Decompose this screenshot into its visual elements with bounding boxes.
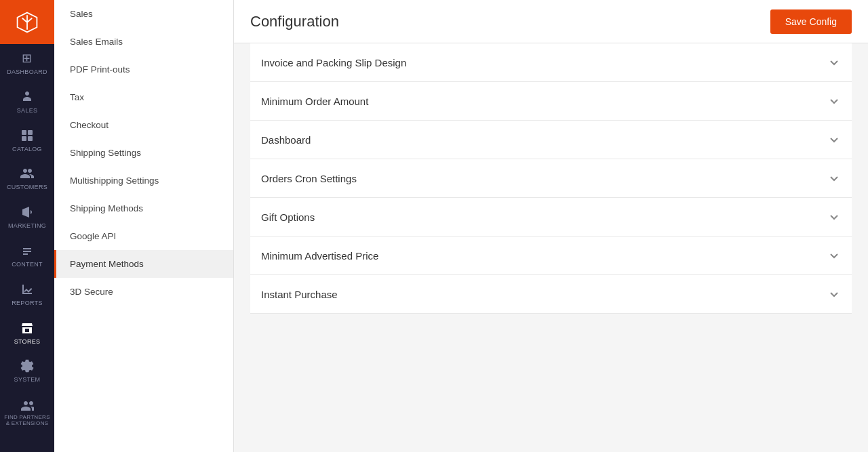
sub-sidebar-item-shipping-settings[interactable]: Shipping Settings (54, 139, 233, 167)
section-minimum-order-amount[interactable]: Minimum Order Amount (250, 82, 852, 121)
section-orders-cron-settings[interactable]: Orders Cron Settings (250, 159, 852, 198)
sidebar-item-marketing[interactable]: Marketing (0, 198, 54, 237)
sidebar-item-label: Find Partners & Extensions (3, 415, 52, 427)
sidebar-item-label: Reports (12, 300, 42, 307)
section-minimum-advertised-price[interactable]: Minimum Advertised Price (250, 237, 852, 275)
customers-icon (20, 166, 35, 181)
sidebar-item-reports[interactable]: Reports (0, 275, 54, 314)
section-title: Dashboard (261, 134, 311, 146)
sidebar-item-content[interactable]: Content (0, 237, 54, 275)
sub-sidebar-item-3d-secure[interactable]: 3D Secure (54, 278, 233, 306)
sidebar-item-catalog[interactable]: Catalog (0, 121, 54, 160)
save-config-button[interactable]: Save Config (770, 9, 852, 34)
chevron-down-icon (827, 249, 841, 262)
sidebar-item-label: Marketing (8, 222, 46, 230)
page-title: Configuration (250, 13, 339, 30)
content-icon (20, 243, 35, 258)
section-instant-purchase[interactable]: Instant Purchase (250, 275, 852, 314)
sub-sidebar-item-checkout[interactable]: Checkout (54, 111, 233, 139)
find-partners-icon (20, 397, 35, 412)
logo-area[interactable] (0, 0, 54, 44)
section-title: Orders Cron Settings (261, 173, 357, 184)
reports-icon (20, 282, 35, 297)
section-dashboard[interactable]: Dashboard (250, 121, 852, 159)
main-content: Configuration Save Config Invoice and Pa… (234, 0, 868, 452)
sidebar-item-label: Stores (14, 338, 41, 346)
chevron-down-icon (827, 210, 841, 224)
main-navigation: ⊞ Dashboard Sales Catalog Customers (0, 0, 54, 452)
section-title: Instant Purchase (261, 289, 338, 300)
sub-sidebar-item-tax[interactable]: Tax (54, 83, 233, 111)
stores-icon (20, 321, 35, 335)
top-bar: Configuration Save Config (234, 0, 868, 43)
sub-sidebar-item-payment-methods[interactable]: Payment Methods (54, 250, 233, 278)
sub-sidebar: Sales Sales Emails PDF Print-outs Tax Ch… (54, 0, 234, 452)
system-icon (20, 358, 35, 373)
chevron-down-icon (827, 133, 841, 146)
catalog-icon (20, 128, 35, 143)
sidebar-item-customers[interactable]: Customers (0, 159, 54, 198)
svg-rect-2 (22, 136, 26, 141)
section-gift-options[interactable]: Gift Options (250, 198, 852, 237)
sidebar-item-sales[interactable]: Sales (0, 83, 54, 121)
section-title: Minimum Order Amount (261, 96, 368, 107)
dashboard-icon: ⊞ (20, 51, 35, 66)
sub-sidebar-item-google-api[interactable]: Google API (54, 222, 233, 250)
chevron-down-icon (827, 287, 841, 301)
sub-sidebar-item-pdf-print-outs[interactable]: PDF Print-outs (54, 56, 233, 83)
sub-sidebar-item-shipping-methods[interactable]: Shipping Methods (54, 194, 233, 222)
sidebar-item-system[interactable]: System (0, 352, 54, 390)
chevron-down-icon (827, 56, 841, 69)
sidebar-item-stores[interactable]: Stores (0, 314, 54, 352)
sidebar-item-label: Content (12, 261, 43, 268)
chevron-down-icon (827, 171, 841, 185)
content-area: Invoice and Packing Slip Design Minimum … (234, 43, 868, 452)
sidebar-item-label: Sales (17, 107, 38, 115)
svg-rect-0 (22, 130, 26, 135)
sidebar-item-find-partners[interactable]: Find Partners & Extensions (0, 390, 54, 434)
sidebar-item-label: Customers (7, 184, 47, 191)
section-title: Invoice and Packing Slip Design (261, 57, 406, 68)
marketing-icon (20, 205, 35, 220)
sidebar-item-label: Catalog (12, 146, 42, 153)
svg-rect-1 (28, 130, 33, 135)
svg-rect-3 (28, 136, 33, 141)
sidebar-item-label: System (14, 376, 41, 384)
sidebar-item-dashboard[interactable]: ⊞ Dashboard (0, 44, 54, 83)
sales-icon (20, 89, 35, 104)
sidebar-item-label: Dashboard (7, 68, 47, 76)
section-invoice-packing-slip[interactable]: Invoice and Packing Slip Design (250, 43, 852, 82)
sub-sidebar-item-sales[interactable]: Sales (54, 0, 233, 28)
section-title: Gift Options (261, 211, 315, 223)
sub-sidebar-item-multishipping-settings[interactable]: Multishipping Settings (54, 167, 233, 194)
chevron-down-icon (827, 94, 841, 108)
sub-sidebar-item-sales-emails[interactable]: Sales Emails (54, 28, 233, 56)
section-title: Minimum Advertised Price (261, 250, 378, 262)
